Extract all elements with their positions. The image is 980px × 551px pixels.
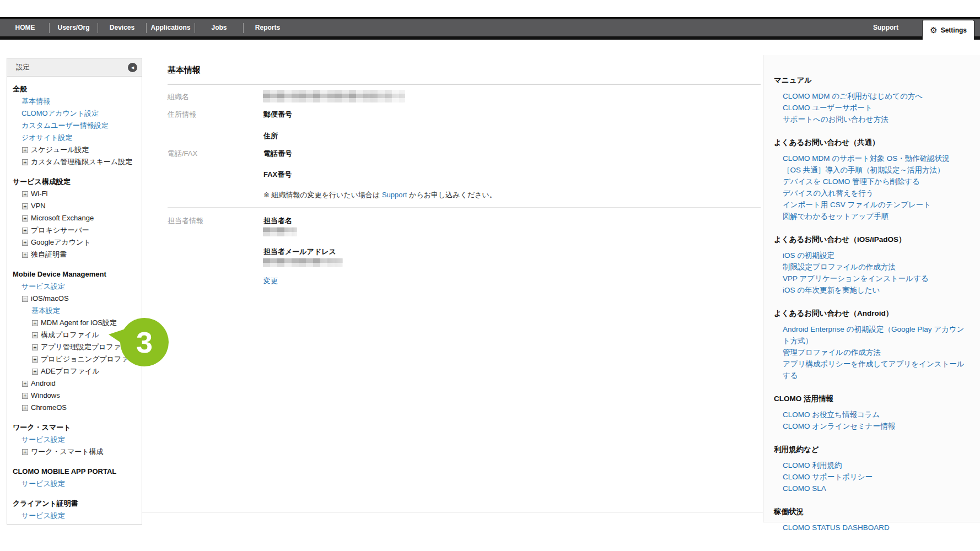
plus-box-icon[interactable]: + [22,449,28,455]
sidebar-tree-item[interactable]: +ChromeOS [7,402,142,414]
plus-box-icon[interactable]: + [32,320,38,326]
help-link[interactable]: CLOMO SLA [774,483,970,494]
contact-email-label: 担当者メールアドレス [263,247,336,257]
nav-item-devices[interactable]: Devices [98,19,146,36]
help-link[interactable]: CLOMO オンラインセミナー情報 [774,420,970,432]
help-link[interactable]: CLOMO MDM のご利用がはじめての方へ [774,90,970,102]
page-title: 基本情報 [168,65,201,75]
sidebar-tree-item-label: VPN [31,200,46,212]
phone-number-label: 電話番号 [263,149,292,159]
nav-items: HOMEUsers/OrgDevicesApplicationsJobsRepo… [0,19,980,36]
plus-box-icon[interactable]: + [32,356,38,363]
plus-box-icon[interactable]: + [22,228,28,234]
plus-box-icon[interactable]: + [22,159,28,165]
contact-name-label: 担当者名 [263,216,292,226]
sidebar-tree-item[interactable]: +Googleアカウント [7,236,142,249]
org-name-redacted-value [263,90,405,102]
sidebar-tree-item[interactable]: +VPN [7,200,142,212]
plus-box-icon[interactable]: + [22,147,28,153]
help-link[interactable]: VPP アプリケーションをインストールする [774,273,970,284]
sidebar-item-link[interactable]: 基本情報 [7,95,142,107]
settings-sidebar: 設定 ◀ 全般基本情報CLOMOアカウント設定カスタムユーザー情報設定ジオサイト… [7,58,142,525]
nav-item-reports[interactable]: Reports [244,19,292,36]
sidebar-tree-item[interactable]: +プロキシサーバー [7,224,142,236]
sidebar-tree-item[interactable]: +Wi-Fi [7,188,142,200]
support-inline-link[interactable]: Support [382,191,407,199]
sidebar-tree-item-label: ADEプロファイル [41,365,100,377]
help-link[interactable]: 管理プロファイルの作成方法 [774,347,970,358]
help-link[interactable]: ［OS 共通］導入の手順（初期設定～活用方法） [774,164,970,176]
plus-box-icon[interactable]: + [22,191,28,197]
plus-box-icon[interactable]: + [22,252,28,258]
contact-name-redacted-value [263,227,297,236]
sidebar-tree-item-label: ChromeOS [31,402,67,414]
sidebar-item-link[interactable]: サービス設定 [7,510,142,522]
help-link[interactable]: デバイスを CLOMO 管理下から削除する [774,176,970,187]
sidebar-tree-item[interactable]: +独自証明書 [7,249,142,261]
callout-number: 3 [136,325,153,359]
nav-support-link[interactable]: Support [873,19,898,36]
help-link[interactable]: インポート用 CSV ファイルのテンプレート [774,199,970,210]
help-link[interactable]: サポートへのお問い合わせ方法 [774,114,970,125]
sidebar-tree-item-label: ワーク・スマート構成 [31,446,104,458]
sidebar-tree-item[interactable]: +ワーク・スマート構成 [7,446,142,458]
plus-box-icon[interactable]: + [22,240,28,246]
sidebar-tree-item-label: プロキシサーバー [31,224,89,236]
help-link[interactable]: CLOMO ユーザーサポート [774,102,970,114]
sidebar-item-link[interactable]: カスタムユーザー情報設定 [7,120,142,132]
sidebar-tree-item-label: MDM Agent for iOS設定 [41,317,117,329]
sidebar-tree-item[interactable]: +Android [7,377,142,390]
help-link[interactable]: CLOMO サポートポリシー [774,471,970,483]
sidebar-tree-item[interactable]: +Microsoft Exchange [7,212,142,224]
nav-item-home[interactable]: HOME [1,19,49,36]
contact-email-redacted-value [263,258,343,267]
plus-box-icon[interactable]: + [22,215,28,222]
sidebar-tree-item[interactable]: +Windows [7,390,142,402]
plus-box-icon[interactable]: + [22,393,28,399]
change-contact-link[interactable]: 変更 [263,276,278,286]
sidebar-item-link[interactable]: サードパーティ証明書設定 [7,522,142,525]
collapse-sidebar-button[interactable]: ◀ [128,63,137,72]
sidebar-tree-item[interactable]: +スケジュール設定 [7,144,142,156]
help-link[interactable]: CLOMO 利用規約 [774,460,970,471]
sidebar-tree-item-label: Windows [31,390,60,402]
help-link[interactable]: 制限設定プロファイルの作成方法 [774,261,970,273]
sidebar-tree-item[interactable]: +カスタム管理権限スキーム設定 [7,156,142,168]
help-section-title: よくあるお問い合わせ（Android） [774,308,970,319]
sidebar-item-link[interactable]: サービス設定 [7,434,142,446]
help-link[interactable]: アプリ構成ポリシーを作成してアプリをインストールする [774,358,970,381]
nav-item-jobs[interactable]: Jobs [195,19,243,36]
minus-box-icon[interactable]: − [22,296,28,302]
plus-box-icon[interactable]: + [32,369,38,375]
help-link[interactable]: iOS の年次更新を実施したい [774,284,970,296]
nav-item-users-org[interactable]: Users/Org [50,19,98,36]
help-link[interactable]: CLOMO MDM のサポート対象 OS・動作確認状況 [774,153,970,164]
address-label: 住所 [263,131,278,141]
help-link[interactable]: 図解でわかるセットアップ手順 [774,210,970,222]
help-link[interactable]: Android Enterprise の初期設定（Google Play アカウ… [774,323,970,347]
sidebar-item-link[interactable]: 基本設定 [7,305,142,317]
org-name-label: 組織名 [168,92,189,102]
sidebar-item-link[interactable]: サービス設定 [7,280,142,293]
settings-tab-label: Settings [941,26,967,34]
sidebar-item-link[interactable]: ジオサイト設定 [7,132,142,144]
help-link[interactable]: CLOMO STATUS DASHBOARD [774,522,970,533]
help-link[interactable]: CLOMO お役立ち情報コラム [774,409,970,420]
sidebar-item-link[interactable]: サービス設定 [7,478,142,490]
nav-item-applications[interactable]: Applications [147,19,195,36]
help-section-title: 稼働状況 [774,506,970,517]
sidebar-tree-item-label: Android [31,377,56,390]
plus-box-icon[interactable]: + [32,344,38,350]
help-section-title: マニュアル [774,75,970,86]
help-section-title: よくあるお問い合わせ（iOS/iPadOS） [774,234,970,245]
content-bottom-border [142,512,763,512]
plus-box-icon[interactable]: + [22,405,28,411]
plus-box-icon[interactable]: + [32,332,38,338]
settings-tab[interactable]: ⚙ Settings [922,20,974,40]
plus-box-icon[interactable]: + [22,381,28,387]
plus-box-icon[interactable]: + [22,203,28,209]
help-link[interactable]: iOS の初期設定 [774,250,970,261]
help-link[interactable]: デバイスの入れ替えを行う [774,187,970,199]
sidebar-item-link[interactable]: CLOMOアカウント設定 [7,107,142,120]
sidebar-tree-item[interactable]: −iOS/macOS [7,293,142,305]
